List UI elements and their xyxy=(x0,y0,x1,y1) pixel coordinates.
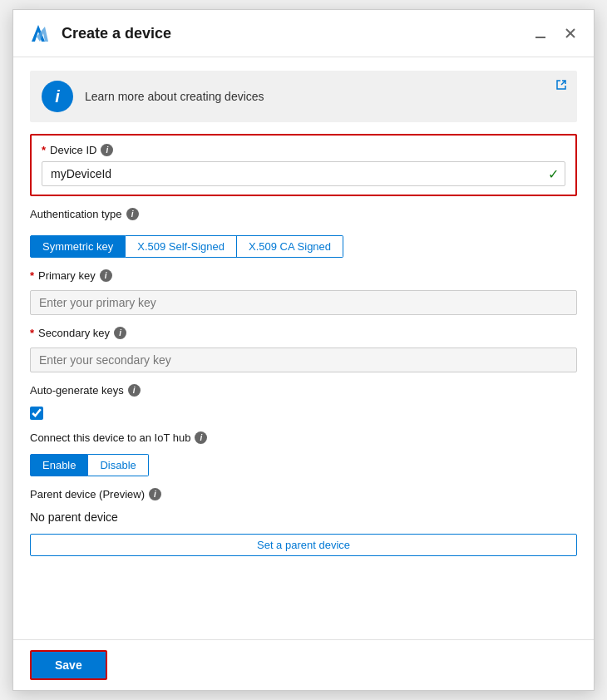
primary-key-info-icon[interactable]: i xyxy=(100,269,112,282)
azure-logo xyxy=(27,20,53,47)
device-id-label: * Device ID i xyxy=(42,144,565,156)
primary-key-label-text: Primary key xyxy=(38,269,96,282)
auth-type-section: Authentication type i Symmetric key X.50… xyxy=(30,208,577,258)
secondary-key-input[interactable] xyxy=(30,348,577,372)
connect-hub-section: Connect this device to an IoT hub i Enab… xyxy=(30,431,577,476)
connect-hub-label: Connect this device to an IoT hub i xyxy=(30,431,577,444)
title-actions xyxy=(531,27,580,40)
connect-hub-info-icon[interactable]: i xyxy=(195,431,207,444)
dialog-footer: Save xyxy=(13,639,594,690)
title-bar: Create a device xyxy=(13,10,594,57)
secondary-key-label-text: Secondary key xyxy=(38,327,110,339)
auth-tab-symmetric[interactable]: Symmetric key xyxy=(30,235,126,258)
device-id-valid-icon: ✓ xyxy=(548,166,559,182)
parent-device-section: Parent device (Preview) i No parent devi… xyxy=(30,488,577,556)
primary-key-section: * Primary key i xyxy=(30,269,577,315)
auto-generate-label: Auto-generate keys i xyxy=(30,384,577,397)
primary-key-label: * Primary key i xyxy=(30,269,577,282)
create-device-dialog: Create a device i Learn more about creat… xyxy=(12,9,595,691)
auth-tabs: Symmetric key X.509 Self-Signed X.509 CA… xyxy=(30,235,577,258)
parent-device-value: No parent device xyxy=(30,510,577,524)
auth-tab-x509-self[interactable]: X.509 Self-Signed xyxy=(126,235,237,258)
auto-generate-checkbox-row xyxy=(30,407,577,420)
device-id-input[interactable] xyxy=(42,161,565,186)
primary-key-required-star: * xyxy=(30,269,34,282)
auth-type-label: Authentication type i xyxy=(30,208,577,220)
secondary-key-label: * Secondary key i xyxy=(30,327,577,339)
minimize-button[interactable] xyxy=(531,27,550,40)
connect-hub-tabs: Enable Disable xyxy=(30,454,577,476)
primary-key-input[interactable] xyxy=(30,290,577,315)
connect-hub-enable-tab[interactable]: Enable xyxy=(30,454,88,476)
svg-rect-3 xyxy=(535,37,545,38)
info-banner-text: Learn more about creating devices xyxy=(85,90,264,103)
secondary-key-info-icon[interactable]: i xyxy=(114,327,126,339)
auto-generate-info-icon[interactable]: i xyxy=(128,384,141,397)
external-link-icon[interactable] xyxy=(555,79,567,93)
auth-tab-x509-ca[interactable]: X.509 CA Signed xyxy=(237,235,343,258)
connect-hub-disable-tab[interactable]: Disable xyxy=(88,454,148,476)
save-button[interactable]: Save xyxy=(30,650,107,680)
parent-device-label: Parent device (Preview) i xyxy=(30,488,577,500)
auto-generate-section: Auto-generate keys i xyxy=(30,384,577,420)
auth-type-info-icon[interactable]: i xyxy=(126,208,139,220)
close-button[interactable] xyxy=(560,27,580,40)
auto-generate-checkbox[interactable] xyxy=(30,407,43,420)
device-id-label-text: Device ID xyxy=(50,144,96,156)
dialog-body: i Learn more about creating devices * De… xyxy=(13,57,594,639)
info-banner: i Learn more about creating devices xyxy=(30,71,577,122)
set-parent-device-button[interactable]: Set a parent device xyxy=(30,534,577,556)
secondary-key-required-star: * xyxy=(30,327,34,339)
device-id-input-wrapper: ✓ xyxy=(42,161,565,186)
parent-device-info-icon[interactable]: i xyxy=(149,488,161,500)
info-banner-icon: i xyxy=(42,81,73,112)
device-id-info-icon[interactable]: i xyxy=(101,144,113,156)
device-id-required-star: * xyxy=(42,144,46,156)
secondary-key-section: * Secondary key i xyxy=(30,327,577,372)
device-id-section: * Device ID i ✓ xyxy=(30,134,577,196)
dialog-title: Create a device xyxy=(62,25,531,42)
